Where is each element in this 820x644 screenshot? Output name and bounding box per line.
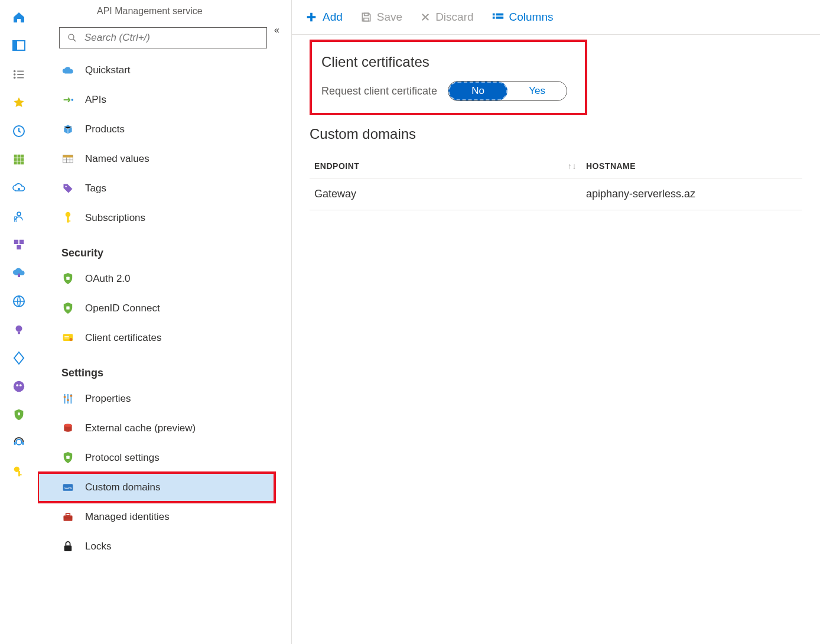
home-icon[interactable] [12, 11, 26, 25]
circle-people-icon[interactable] [12, 379, 26, 393]
svg-rect-3 [17, 71, 24, 72]
save-label: Save [377, 11, 402, 24]
svg-rect-72 [364, 13, 368, 15]
svg-rect-67 [64, 516, 73, 521]
svg-point-38 [69, 34, 74, 40]
menu-label: Subscriptions [85, 212, 145, 224]
svg-rect-1 [13, 41, 17, 50]
discard-label: Discard [435, 11, 473, 24]
box-icon [61, 123, 74, 136]
search-box[interactable] [59, 27, 267, 48]
svg-rect-71 [364, 18, 369, 21]
collapse-panel-icon[interactable]: « [274, 25, 279, 35]
svg-rect-11 [21, 155, 24, 158]
svg-rect-14 [21, 158, 24, 161]
svg-rect-31 [18, 412, 20, 415]
svg-rect-59 [64, 396, 66, 398]
cloud-icon [61, 64, 74, 77]
menu-label: Custom domains [85, 482, 161, 493]
svg-point-28 [14, 381, 24, 392]
shield-lock-icon [61, 302, 74, 315]
client-cert-toggle[interactable]: No Yes [448, 81, 567, 101]
resource-header: API Management service [38, 0, 291, 27]
menu-managed-identities[interactable]: Managed identities [59, 502, 291, 532]
svg-rect-68 [66, 513, 70, 515]
table-icon [61, 152, 74, 165]
client-cert-section: Client certificates Request client certi… [310, 40, 587, 115]
toggle-no[interactable]: No [448, 82, 507, 100]
support-icon[interactable] [12, 436, 26, 450]
key-yellow-icon[interactable] [12, 464, 26, 479]
resource-menu: Quickstart APIs Products Named values Ta… [38, 56, 291, 561]
clock-icon[interactable] [12, 124, 26, 138]
dashboard-icon[interactable] [12, 39, 26, 53]
menu-locks[interactable]: Locks [59, 532, 291, 561]
menu-oauth[interactable]: OAuth 2.0 [59, 264, 291, 294]
custom-domains-title: Custom domains [310, 126, 802, 142]
table-row[interactable]: Gateway apiphany-serverless.az [310, 178, 802, 210]
columns-label: Columns [509, 11, 554, 24]
menu-protocol[interactable]: Protocol settings [59, 443, 291, 473]
menu-section-security: Security [59, 233, 291, 264]
toggle-yes[interactable]: Yes [507, 82, 567, 100]
menu-label: Products [85, 123, 125, 135]
menu-custom-domains[interactable]: wwwCustom domains [38, 473, 275, 502]
star-icon[interactable] [12, 96, 26, 110]
svg-rect-34 [22, 442, 24, 445]
discard-button[interactable]: Discard [420, 11, 473, 24]
svg-point-40 [71, 99, 74, 101]
person-icon[interactable]: {} [12, 209, 26, 223]
menu-label: Quickstart [85, 64, 131, 76]
svg-point-63 [64, 424, 71, 427]
menu-quickstart[interactable]: Quickstart [59, 56, 291, 85]
cubes-icon[interactable] [12, 238, 26, 252]
svg-rect-10 [18, 155, 21, 158]
add-button[interactable]: Add [305, 11, 343, 24]
svg-rect-74 [496, 14, 503, 16]
shield-icon[interactable] [12, 408, 26, 422]
menu-client-certs[interactable]: Client certificates [59, 323, 291, 353]
svg-point-26 [16, 326, 22, 332]
cell-endpoint: Gateway [310, 178, 581, 210]
search-input[interactable] [84, 32, 259, 44]
list-icon[interactable] [12, 67, 26, 82]
menu-named-values[interactable]: Named values [59, 144, 291, 174]
menu-label: OpenID Connect [85, 303, 160, 314]
svg-rect-64 [66, 456, 69, 458]
menu-label: Properties [85, 393, 131, 405]
svg-rect-75 [492, 17, 494, 19]
menu-openid[interactable]: OpenID Connect [59, 294, 291, 323]
lock-icon [61, 540, 74, 553]
cloud-download-icon[interactable] [12, 181, 26, 195]
client-cert-title: Client certificates [321, 54, 575, 70]
menu-properties[interactable]: Properties [59, 384, 291, 414]
menu-label: OAuth 2.0 [85, 273, 131, 285]
svg-point-32 [16, 440, 21, 445]
toolbar: Add Save Discard Columns [292, 0, 820, 35]
col-endpoint[interactable]: Endpoint↑↓ [310, 154, 581, 178]
menu-tags[interactable]: Tags [59, 174, 291, 203]
menu-products[interactable]: Products [59, 115, 291, 144]
menu-subscriptions[interactable]: Subscriptions [59, 203, 291, 233]
svg-point-47 [66, 212, 70, 217]
x-icon [420, 12, 431, 22]
global-rail: {} [0, 0, 38, 644]
save-button[interactable]: Save [360, 11, 402, 24]
globe-icon[interactable] [12, 294, 26, 308]
svg-rect-60 [67, 399, 69, 401]
resource-subtitle: API Management service [97, 6, 279, 17]
diamond-icon[interactable] [12, 351, 26, 365]
col-hostname[interactable]: Hostname [581, 154, 802, 178]
cache-icon [61, 422, 74, 435]
svg-point-4 [14, 73, 16, 76]
svg-point-46 [65, 186, 67, 187]
svg-rect-5 [17, 74, 24, 75]
cloud-upload-icon[interactable] [12, 266, 26, 280]
menu-external-cache[interactable]: External cache (preview) [59, 414, 291, 443]
grid-icon[interactable] [12, 152, 26, 167]
menu-apis[interactable]: APIs [59, 85, 291, 115]
menu-label: Managed identities [85, 511, 170, 523]
bulb-icon[interactable] [12, 323, 26, 337]
columns-button[interactable]: Columns [492, 11, 554, 24]
svg-rect-24 [18, 274, 20, 277]
